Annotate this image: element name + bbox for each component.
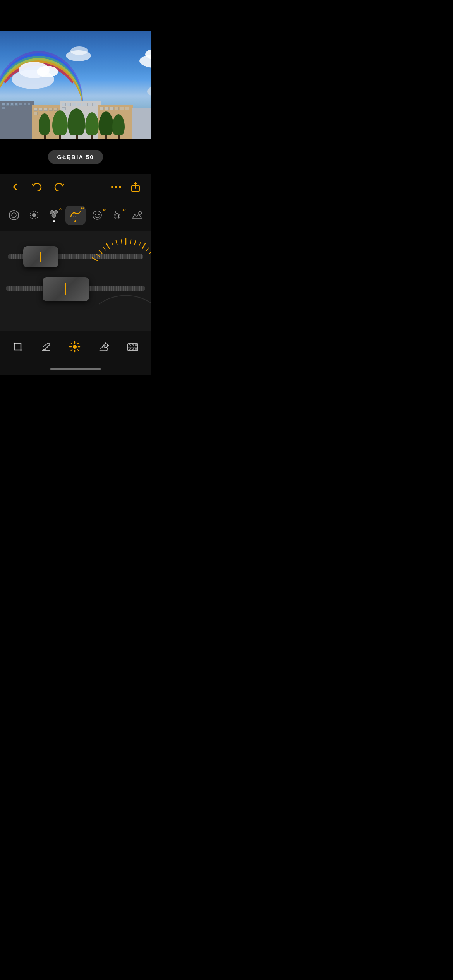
- filter-landscape[interactable]: [129, 207, 146, 223]
- body-ai-badge: Ai: [122, 208, 125, 212]
- filter-vignette[interactable]: [5, 207, 22, 223]
- bokeh-dot: [53, 220, 55, 222]
- depth-ai-badge: Ai: [81, 206, 84, 210]
- svg-point-4: [9, 211, 19, 220]
- svg-line-22: [92, 258, 97, 261]
- buildings-area: [0, 89, 151, 139]
- svg-point-8: [50, 210, 54, 214]
- svg-line-33: [112, 242, 113, 246]
- bottom-erase-button[interactable]: [36, 338, 56, 355]
- svg-point-7: [32, 213, 36, 217]
- svg-point-5: [12, 213, 16, 218]
- svg-line-45: [71, 343, 72, 344]
- building-1: [0, 101, 34, 139]
- filter-body[interactable]: Ai: [108, 207, 125, 223]
- svg-rect-58: [132, 348, 134, 349]
- svg-line-25: [116, 240, 117, 245]
- slider-1-thumb[interactable]: [23, 246, 58, 267]
- svg-point-13: [93, 211, 101, 219]
- filter-face[interactable]: Ai: [89, 207, 106, 223]
- svg-point-15: [98, 214, 100, 215]
- dial-gauge: [83, 235, 151, 320]
- home-bar: [50, 368, 101, 370]
- bottom-film-button[interactable]: [122, 338, 143, 355]
- filter-depth[interactable]: Ai: [65, 206, 86, 225]
- svg-line-32: [103, 247, 106, 250]
- bottom-light-button[interactable]: [64, 338, 85, 356]
- svg-rect-56: [135, 345, 137, 346]
- svg-point-10: [52, 214, 56, 218]
- svg-point-2: [119, 186, 121, 188]
- svg-point-40: [73, 345, 77, 349]
- svg-rect-54: [129, 345, 130, 346]
- back-button[interactable]: [8, 180, 22, 194]
- svg-line-24: [106, 243, 110, 248]
- top-status-bar: [0, 0, 151, 31]
- filter-bokeh[interactable]: Ai: [45, 206, 62, 224]
- svg-rect-59: [135, 348, 137, 349]
- svg-line-46: [77, 350, 79, 351]
- svg-rect-55: [132, 345, 134, 346]
- svg-line-28: [142, 243, 146, 248]
- tree-3: [68, 108, 85, 139]
- depth-dot: [74, 220, 76, 222]
- filter-toolbar: Ai Ai Ai Ai: [0, 200, 151, 231]
- bottom-weather-button[interactable]: [93, 338, 114, 355]
- bokeh-ai-badge: Ai: [59, 207, 62, 211]
- photo-preview: [0, 31, 151, 139]
- svg-point-1: [115, 186, 117, 188]
- svg-line-35: [130, 240, 131, 244]
- svg-line-37: [147, 247, 149, 251]
- svg-line-36: [139, 242, 141, 246]
- svg-rect-57: [129, 348, 130, 349]
- slider-2-indicator: [65, 283, 66, 295]
- sliders-area: [0, 231, 151, 331]
- svg-point-14: [95, 214, 96, 215]
- svg-point-17: [139, 211, 142, 214]
- trees-area: [35, 110, 136, 139]
- undo-button[interactable]: [29, 180, 45, 194]
- more-options-button[interactable]: [108, 182, 125, 192]
- tree-6: [112, 114, 125, 139]
- slider-1-indicator: [40, 252, 41, 262]
- depth-value-label: GŁĘBIA 50: [48, 150, 103, 164]
- bottom-crop-button[interactable]: [8, 338, 28, 355]
- face-ai-badge: Ai: [103, 208, 106, 212]
- svg-line-51: [107, 344, 108, 344]
- filter-blur-circle[interactable]: [26, 207, 43, 223]
- slider-2-thumb[interactable]: [43, 277, 89, 301]
- tree-4: [85, 112, 99, 139]
- svg-line-29: [150, 250, 151, 254]
- svg-point-0: [111, 186, 113, 188]
- svg-point-9: [54, 210, 58, 214]
- redo-button[interactable]: [51, 180, 67, 194]
- svg-line-47: [71, 350, 72, 351]
- svg-line-27: [135, 240, 136, 245]
- home-indicator: [0, 362, 151, 375]
- bottom-toolbar: [0, 331, 151, 362]
- svg-point-16: [116, 211, 118, 214]
- tree-1: [39, 113, 50, 139]
- share-button[interactable]: [128, 178, 143, 195]
- svg-line-31: [96, 254, 100, 257]
- svg-line-34: [121, 240, 122, 244]
- toolbar-primary: [0, 174, 151, 200]
- svg-line-23: [99, 250, 102, 254]
- tree-2: [52, 110, 68, 139]
- tree-5: [99, 111, 113, 139]
- svg-line-48: [77, 343, 79, 344]
- below-photo-area: GŁĘBIA 50: [0, 139, 151, 174]
